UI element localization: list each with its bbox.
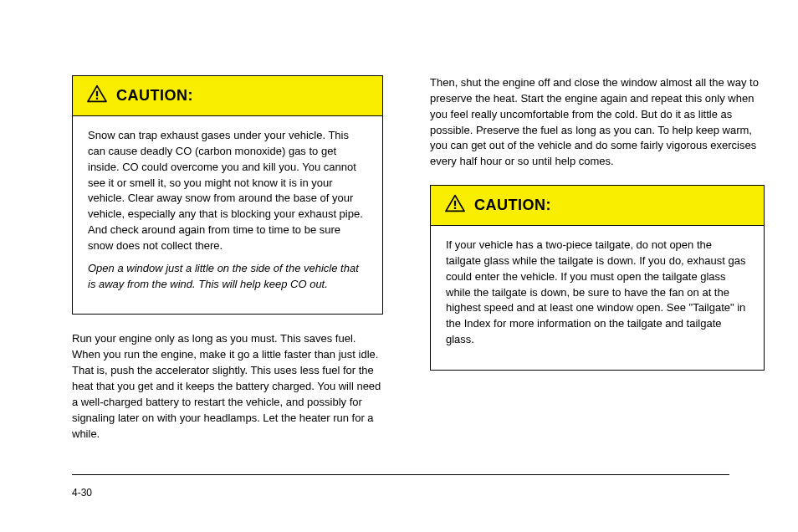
caution-body-right-p1: If your vehicle has a two-piece tailgate… (446, 238, 749, 348)
column-left: CAUTION: Snow can trap exhaust gases und… (72, 75, 383, 450)
svg-rect-2 (454, 201, 456, 206)
footer-rule (72, 474, 729, 476)
svg-rect-3 (454, 207, 456, 209)
caution-box-left: CAUTION: Snow can trap exhaust gases und… (72, 75, 383, 315)
caution-title-right: CAUTION: (474, 197, 551, 214)
warning-icon (444, 194, 466, 217)
caution-body-left-p2: Open a window just a little on the side … (88, 262, 359, 290)
right-upper-para: Then, shut the engine off and close the … (430, 75, 765, 170)
page-number: 4-30 (72, 487, 92, 499)
left-paragraph-1: Run your engine only as long as you must… (72, 331, 383, 442)
column-right: Then, shut the engine off and close the … (430, 75, 765, 387)
warning-icon (86, 84, 108, 107)
caution-title-left: CAUTION: (116, 87, 193, 105)
caution-box-right: CAUTION: If your vehicle has a two-piece… (430, 185, 765, 371)
page: CAUTION: Snow can trap exhaust gases und… (0, 0, 798, 532)
svg-rect-1 (96, 98, 98, 100)
caution-body-left: Snow can trap exhaust gases under your v… (73, 116, 382, 314)
caution-body-left-p1: Snow can trap exhaust gases under your v… (88, 128, 367, 254)
caution-header-left: CAUTION: (73, 76, 382, 116)
caution-body-right: If your vehicle has a two-piece tailgate… (431, 226, 764, 370)
svg-rect-0 (96, 91, 98, 96)
caution-header-right: CAUTION: (431, 186, 764, 226)
